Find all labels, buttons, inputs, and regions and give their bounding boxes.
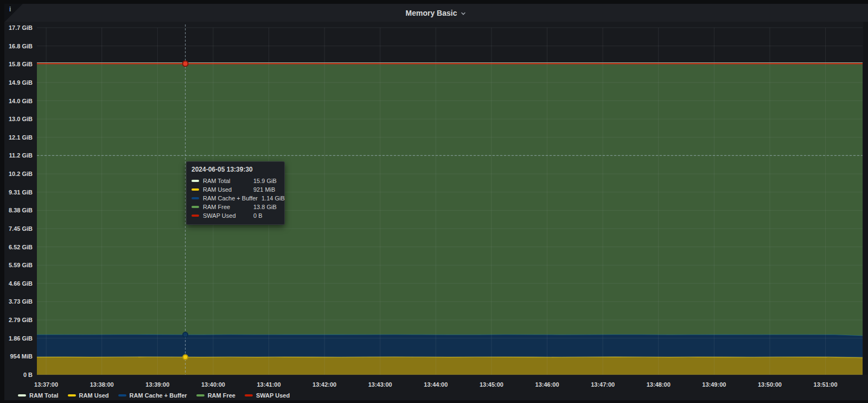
svg-text:13:42:00: 13:42:00: [312, 381, 336, 388]
svg-text:13:40:00: 13:40:00: [201, 381, 225, 388]
legend-swatch: [68, 394, 76, 396]
series-value: 921 MiB: [253, 186, 279, 193]
tooltip-row: RAM Total 15.9 GiB: [192, 177, 279, 185]
series-swatch: [192, 215, 199, 217]
memory-usage-chart[interactable]: 0 B954 MiB1.86 GiB2.79 GiB3.73 GiB4.66 G…: [0, 0, 868, 403]
svg-text:13:37:00: 13:37:00: [34, 381, 58, 388]
tooltip-timestamp: 2024-06-05 13:39:30: [192, 166, 279, 173]
svg-text:9.31 GiB: 9.31 GiB: [9, 189, 33, 196]
svg-text:5.59 GiB: 5.59 GiB: [9, 262, 33, 268]
svg-text:16.8 GiB: 16.8 GiB: [9, 43, 33, 49]
svg-text:13:45:00: 13:45:00: [480, 381, 503, 388]
svg-text:8.38 GiB: 8.38 GiB: [9, 207, 33, 213]
series-name: SWAP Used: [203, 212, 250, 219]
svg-text:13:49:00: 13:49:00: [702, 381, 726, 388]
svg-text:13:51:00: 13:51:00: [814, 381, 838, 388]
svg-text:1.86 GiB: 1.86 GiB: [9, 335, 33, 342]
legend-label: RAM Free: [208, 392, 235, 399]
svg-text:13:46:00: 13:46:00: [535, 381, 559, 388]
series-name: RAM Total: [203, 178, 250, 184]
series-value: 15.9 GiB: [253, 178, 279, 184]
tooltip-row: RAM Free 13.8 GiB: [192, 203, 279, 211]
chart-tooltip: 2024-06-05 13:39:30 RAM Total 15.9 GiB R…: [186, 161, 285, 225]
legend-swatch: [118, 394, 126, 396]
svg-text:3.73 GiB: 3.73 GiB: [9, 298, 33, 305]
legend-label: SWAP Used: [256, 392, 290, 399]
legend-item-ram-free[interactable]: RAM Free: [196, 392, 235, 399]
series-name: RAM Used: [203, 186, 250, 193]
series-swatch: [192, 197, 199, 199]
svg-text:11.2 GiB: 11.2 GiB: [9, 152, 33, 159]
legend-item-ram-total[interactable]: RAM Total: [18, 392, 59, 399]
series-value: 0 B: [253, 212, 279, 219]
series-swatch: [192, 206, 199, 208]
svg-text:10.2 GiB: 10.2 GiB: [9, 171, 33, 177]
tooltip-row: RAM Cache + Buffer 1.14 GiB: [192, 194, 279, 203]
svg-text:17.7 GiB: 17.7 GiB: [9, 24, 33, 31]
series-value: 1.14 GiB: [261, 195, 288, 202]
svg-text:13:44:00: 13:44:00: [424, 381, 448, 388]
legend-swatch: [245, 394, 253, 396]
svg-text:13:43:00: 13:43:00: [368, 381, 392, 388]
series-swatch: [192, 188, 199, 191]
series-value: 13.8 GiB: [253, 204, 279, 210]
svg-text:13:39:00: 13:39:00: [145, 381, 169, 388]
svg-text:0 B: 0 B: [23, 371, 33, 378]
legend-label: RAM Total: [29, 392, 59, 399]
svg-text:13:47:00: 13:47:00: [591, 381, 615, 388]
chart-legend: RAM Total RAM Used RAM Cache + Buffer RA…: [18, 391, 290, 400]
legend-item-swap-used[interactable]: SWAP Used: [245, 392, 290, 399]
legend-swatch: [196, 394, 205, 396]
svg-text:13.0 GiB: 13.0 GiB: [9, 116, 33, 122]
tooltip-row: RAM Used 921 MiB: [192, 185, 279, 194]
tooltip-row: SWAP Used 0 B: [192, 211, 279, 220]
svg-text:13:41:00: 13:41:00: [257, 381, 281, 388]
svg-text:13:48:00: 13:48:00: [647, 381, 671, 388]
svg-text:13:50:00: 13:50:00: [758, 381, 782, 388]
svg-text:12.1 GiB: 12.1 GiB: [9, 134, 33, 141]
svg-text:7.45 GiB: 7.45 GiB: [9, 225, 33, 232]
series-name: RAM Free: [203, 204, 250, 210]
legend-item-ram-used[interactable]: RAM Used: [68, 392, 109, 399]
series-name: RAM Cache + Buffer: [203, 195, 258, 202]
legend-swatch: [18, 394, 26, 396]
svg-text:954 MiB: 954 MiB: [10, 353, 33, 360]
legend-item-ram-cache-buffer[interactable]: RAM Cache + Buffer: [118, 392, 187, 399]
legend-label: RAM Used: [79, 392, 109, 399]
svg-text:14.9 GiB: 14.9 GiB: [9, 79, 33, 86]
svg-text:15.8 GiB: 15.8 GiB: [9, 61, 33, 67]
series-swatch: [192, 180, 199, 182]
svg-text:4.66 GiB: 4.66 GiB: [9, 280, 33, 287]
svg-text:6.52 GiB: 6.52 GiB: [9, 244, 33, 250]
svg-text:14.0 GiB: 14.0 GiB: [9, 98, 33, 104]
svg-text:2.79 GiB: 2.79 GiB: [9, 317, 33, 323]
legend-label: RAM Cache + Buffer: [130, 392, 187, 399]
svg-text:13:38:00: 13:38:00: [90, 381, 114, 388]
